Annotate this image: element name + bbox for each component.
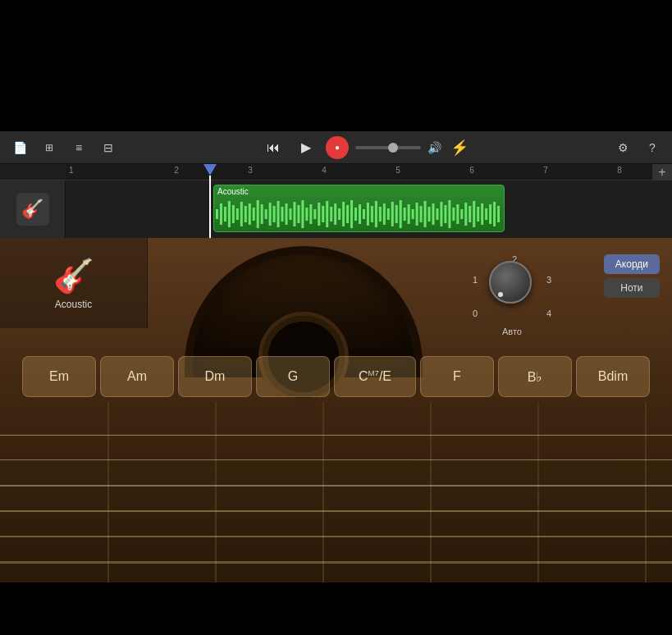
chord-f[interactable]: F — [420, 356, 494, 397]
record-button[interactable]: ● — [326, 136, 349, 159]
svg-rect-11 — [261, 204, 263, 224]
svg-rect-35 — [359, 204, 361, 224]
svg-rect-34 — [354, 208, 357, 221]
fretboard — [0, 402, 672, 582]
svg-rect-52 — [428, 207, 431, 222]
notes-button[interactable]: Ноти — [604, 278, 660, 298]
playhead-marker — [209, 164, 217, 176]
svg-rect-12 — [265, 209, 267, 219]
svg-rect-16 — [281, 207, 284, 222]
fret-line-5 — [537, 402, 539, 582]
chord-bdim[interactable]: Bdim — [576, 356, 650, 397]
knob-label-1: 1 — [473, 275, 478, 285]
fret-line-4 — [430, 402, 432, 582]
svg-rect-23 — [309, 204, 312, 224]
svg-rect-43 — [391, 202, 394, 226]
svg-rect-58 — [452, 208, 455, 221]
volume-control[interactable] — [355, 146, 421, 149]
svg-rect-17 — [286, 203, 288, 225]
svg-rect-28 — [330, 207, 332, 222]
help-button[interactable]: ? — [641, 136, 664, 159]
svg-rect-41 — [383, 203, 386, 225]
knob-auto-label: Авто — [471, 327, 553, 336]
svg-rect-61 — [464, 203, 467, 226]
ruler-num-4: 4 — [287, 166, 361, 175]
svg-rect-9 — [253, 208, 255, 221]
ruler-num-6: 6 — [435, 166, 509, 175]
metronome-button[interactable]: ⚡ — [448, 136, 471, 159]
play-button[interactable]: ▶ — [293, 136, 319, 159]
svg-rect-66 — [485, 208, 487, 220]
fret-line-1 — [107, 402, 109, 582]
new-file-icon: 📄 — [13, 141, 27, 154]
svg-rect-51 — [424, 201, 427, 227]
svg-rect-24 — [313, 209, 316, 219]
chord-em[interactable]: Em — [22, 356, 96, 397]
svg-rect-63 — [473, 201, 475, 227]
list-view-button[interactable]: ≡ — [67, 136, 90, 159]
track-header[interactable]: 🎸 — [0, 180, 66, 238]
ruler-bar: 1 2 3 4 5 6 7 8 — [66, 164, 652, 180]
knob-label-0: 0 — [473, 308, 478, 318]
ruler-num-7: 7 — [509, 166, 583, 175]
knob-dot — [498, 292, 503, 297]
svg-rect-37 — [367, 203, 369, 226]
svg-rect-27 — [326, 201, 328, 227]
svg-rect-20 — [297, 205, 299, 223]
ruler-num-8: 8 — [583, 166, 652, 175]
svg-rect-69 — [497, 206, 500, 222]
track-view-button[interactable]: ⊞ — [38, 136, 61, 159]
metronome-icon: ⚡ — [450, 139, 469, 157]
add-track-button[interactable]: + — [652, 164, 672, 180]
svg-rect-18 — [289, 208, 291, 220]
svg-rect-19 — [293, 202, 295, 226]
chords-button[interactable]: Акорди — [604, 254, 660, 274]
knob-label-4: 4 — [546, 308, 551, 318]
svg-rect-49 — [416, 203, 418, 226]
svg-rect-53 — [432, 203, 434, 225]
svg-rect-40 — [379, 207, 382, 222]
svg-rect-0 — [216, 209, 218, 219]
svg-rect-32 — [346, 205, 349, 223]
svg-rect-36 — [363, 209, 365, 219]
knob-control[interactable] — [489, 261, 532, 304]
new-file-button[interactable]: 📄 — [8, 136, 31, 159]
chord-dm[interactable]: Dm — [178, 356, 252, 397]
svg-rect-39 — [375, 201, 377, 227]
mixer-button[interactable]: ⊟ — [97, 136, 120, 159]
string-line-6 — [0, 561, 672, 564]
svg-rect-59 — [456, 204, 459, 224]
waveform-svg — [214, 197, 504, 231]
chord-g[interactable]: G — [256, 356, 330, 397]
track-view-icon: ⊞ — [45, 142, 53, 153]
chord-am[interactable]: Am — [100, 356, 174, 397]
svg-rect-60 — [460, 209, 463, 219]
string-line-1 — [0, 435, 672, 436]
svg-rect-1 — [220, 203, 222, 225]
svg-rect-29 — [334, 203, 336, 225]
audio-region[interactable]: Acoustic — [213, 185, 505, 232]
ruler-num-5: 5 — [361, 166, 435, 175]
svg-rect-54 — [436, 208, 438, 220]
guitar-instrument-area: 🎸 Acoustic 2 3 4 1 0 Авто Акорди Ноти — [0, 238, 672, 582]
svg-rect-3 — [228, 201, 231, 227]
rewind-icon: ⏮ — [267, 140, 280, 155]
track-row: 🎸 Acoustic — [0, 180, 672, 238]
settings-button[interactable]: ⚙ — [611, 136, 634, 159]
chord-cm7e[interactable]: CM7/E — [334, 356, 416, 397]
instrument-panel: 🎸 Acoustic — [0, 238, 148, 328]
rewind-button[interactable]: ⏮ — [260, 136, 286, 159]
chord-bb[interactable]: B♭ — [498, 356, 572, 397]
svg-rect-25 — [318, 203, 320, 226]
svg-rect-67 — [489, 204, 491, 224]
svg-rect-50 — [420, 206, 423, 222]
svg-rect-30 — [338, 208, 341, 220]
knob-label-3: 3 — [546, 275, 551, 285]
fret-line-3 — [322, 402, 324, 582]
svg-rect-33 — [350, 200, 353, 228]
svg-rect-15 — [277, 201, 280, 227]
volume-high-icon: 🔊 — [427, 141, 441, 154]
svg-rect-45 — [400, 200, 402, 228]
svg-rect-13 — [269, 203, 272, 226]
svg-rect-38 — [371, 206, 373, 222]
